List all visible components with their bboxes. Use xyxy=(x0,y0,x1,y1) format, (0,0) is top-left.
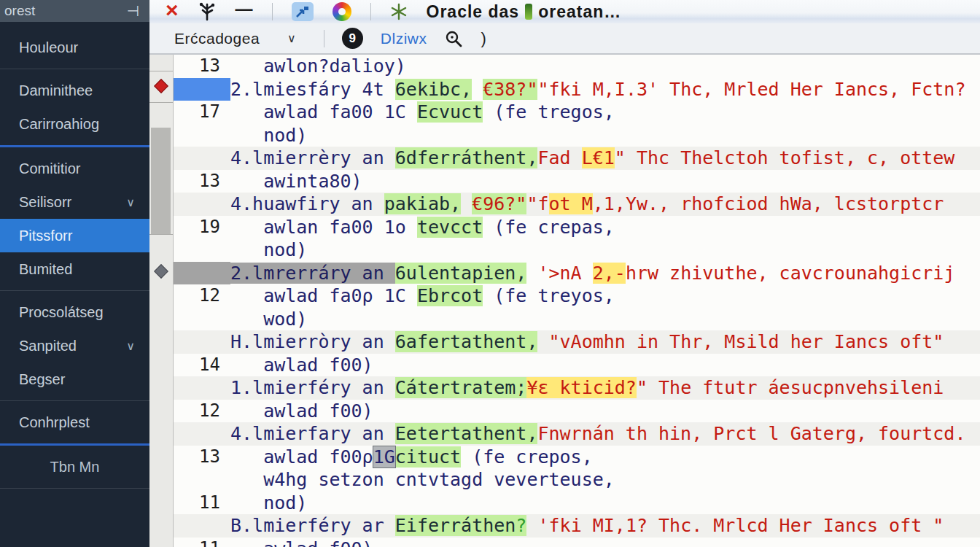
code-lines[interactable]: 13 awlon?dalioy)2.lmiesfáry 4t 6ekibc, €… xyxy=(174,55,980,547)
code-token: 6afertathent, xyxy=(395,331,538,352)
code-token: Eiferráthen xyxy=(395,515,516,536)
sidebar-separator xyxy=(0,69,149,69)
sidebar-item-conhrplest[interactable]: Conhrplest xyxy=(0,406,149,439)
code-line[interactable]: 1.lmierféry an Cátertratem;¥ε kticid?" T… xyxy=(174,376,980,400)
line-number: 14 xyxy=(174,354,230,377)
application-window: orest ⊣ HouleourDaminitheeCarirroahiogCo… xyxy=(0,0,980,547)
code-line[interactable]: 11 awlad f00) xyxy=(174,538,980,547)
code-token: Eetertathent, xyxy=(395,423,538,444)
code-line[interactable]: 12 awlad f00) xyxy=(174,400,980,423)
code-token: '>nA xyxy=(537,263,592,284)
gutter-margin xyxy=(149,55,174,547)
line-number xyxy=(174,514,230,538)
sidebar-item-sanpited[interactable]: Sanpited∨ xyxy=(0,329,149,362)
badge-icon[interactable]: 9 xyxy=(342,28,363,49)
sidebar-item-label: Carirroahiog xyxy=(19,116,99,133)
code-line[interactable]: nod) xyxy=(174,124,980,147)
line-number xyxy=(174,238,230,262)
window-title-left: Oracle das xyxy=(427,2,520,22)
screenshot-icon[interactable] xyxy=(292,2,314,21)
sidebar-item-houleour[interactable]: Houleour xyxy=(0,31,149,64)
code-token: awinta80) xyxy=(230,171,362,192)
window-title: Oracle das oreatan… xyxy=(427,2,622,22)
code-text: awlad fa0ρ 1C Ebrcot (fe treyos, xyxy=(230,284,980,308)
code-token: " The ftutr áesucpnvehsileni xyxy=(637,377,944,398)
sidebar-item-procsol-tseg[interactable]: Procsolátseg xyxy=(0,295,149,329)
code-text: awlad f00) xyxy=(230,354,980,377)
code-line[interactable]: 4.lmierrèry an 6dferráthent,Fad L€1" Thc… xyxy=(174,147,980,170)
code-token: 6ekibc, xyxy=(395,79,472,100)
code-line[interactable]: 4.lmierfary an Eetertathent,Fnwrnán th h… xyxy=(174,422,980,446)
code-line[interactable]: 14 awlad f00) xyxy=(174,354,980,377)
code-line[interactable]: 4.huawfiry an pakiab, €96?""fot M,1,Yw.,… xyxy=(174,193,980,216)
sidebar-item-label: Pitssforr xyxy=(19,228,72,244)
code-line[interactable]: H.lmierròry an 6afertathent, "vAomhn in … xyxy=(174,330,980,354)
code-token xyxy=(537,331,548,352)
sidebar-item-carirroahiog[interactable]: Carirroahiog xyxy=(0,107,149,141)
code-text: 4.lmierfary an Eetertathent,Fnwrnán th h… xyxy=(230,422,980,446)
line-number xyxy=(174,124,230,147)
connection-dropdown[interactable]: Erćcadogea xyxy=(174,30,260,47)
code-line[interactable]: 19 awlan fa00 1o tevcct (fe crepas, xyxy=(174,216,980,239)
code-token: nod) xyxy=(230,125,307,146)
code-line[interactable]: 13 awlon?dalioy) xyxy=(174,55,980,78)
search-icon[interactable] xyxy=(444,29,463,48)
code-text: awlan fa00 1o tevcct (fe crepas, xyxy=(230,216,980,239)
code-line[interactable]: 17 awlad fa00 1C Ecvuct (fe tregos, xyxy=(174,101,980,124)
gutter-scroll-thumb[interactable] xyxy=(151,128,171,234)
pin-icon[interactable]: ⊣ xyxy=(127,2,139,20)
sidebar-item-comititior[interactable]: Comititior xyxy=(0,152,149,185)
code-token: 4.lmierfary an xyxy=(230,423,395,444)
code-text: awlon?dalioy) xyxy=(230,55,980,78)
sidebar-item-pitssforr[interactable]: Pitssforr xyxy=(0,219,149,252)
sidebar-item-bumited[interactable]: Bumited xyxy=(0,252,149,286)
chevron-down-icon: ∨ xyxy=(126,195,135,209)
sidebar-header[interactable]: orest ⊣ xyxy=(0,0,149,22)
toolbar-link[interactable]: Dlziwx xyxy=(381,30,427,47)
sidebar-item-seilisorr[interactable]: Seilisorr∨ xyxy=(0,185,149,219)
code-text: awlad f00) xyxy=(230,400,980,423)
line-number: 13 xyxy=(174,55,230,78)
rainbow-logo-icon[interactable] xyxy=(332,2,351,21)
code-token: awlon?dalioy) xyxy=(230,55,406,77)
chevron-down-icon: ∨ xyxy=(126,339,135,353)
code-line[interactable]: B.lmierféry ar Eiferráthen? 'fki MI,1? T… xyxy=(174,514,980,538)
code-token: Ecvuct xyxy=(417,101,483,123)
minimize-icon[interactable]: — xyxy=(236,0,253,18)
code-token: wod) xyxy=(230,309,307,330)
code-token: Ebrcot xyxy=(417,285,483,306)
code-token: 2.lmiesfáry 4t xyxy=(230,79,395,100)
tree-icon[interactable] xyxy=(198,2,217,21)
code-token: awlad f00) xyxy=(230,538,373,547)
code-line[interactable]: 13 awlad f00ρ1Gcituct (fe crepos, xyxy=(174,446,980,469)
close-icon[interactable]: × xyxy=(166,0,179,21)
breakpoint-gray-diamond-icon[interactable] xyxy=(154,264,168,279)
code-line[interactable]: 2.lmrerráry an 6ulentapien, '>nA 2,-hrw … xyxy=(174,262,980,285)
line-number: 11 xyxy=(174,538,230,547)
code-text: H.lmierròry an 6afertathent, "vAomhn in … xyxy=(230,330,980,354)
code-line[interactable]: 2.lmiesfáry 4t 6ekibc, €38?""fki M,I.3' … xyxy=(174,78,980,101)
code-text: awlad f00) xyxy=(230,538,980,547)
code-line[interactable]: 12 awlad fa0ρ 1C Ebrcot (fe treyos, xyxy=(174,284,980,308)
code-line[interactable]: w4hg setzon cntvtagd veverteuse, xyxy=(174,468,980,492)
code-line[interactable]: wod) xyxy=(174,308,980,331)
code-line[interactable]: 11 nod) xyxy=(174,492,980,515)
toolbar-separator xyxy=(272,3,273,20)
code-line[interactable]: 13 awinta80) xyxy=(174,170,980,193)
breakpoint-red-diamond-icon[interactable] xyxy=(154,79,168,93)
sidebar-item-daminithee[interactable]: Daminithee xyxy=(0,74,149,107)
sidebar-item-begser[interactable]: Begser xyxy=(0,362,149,396)
code-token: nod) xyxy=(230,492,307,513)
sidebar-separator xyxy=(0,488,149,489)
chevron-down-icon[interactable]: ∨ xyxy=(287,31,296,45)
line-number xyxy=(174,308,230,331)
sidebar-item-label: Houleour xyxy=(19,39,78,56)
code-token: cituct xyxy=(395,446,461,468)
code-token: 'fki MI,1? Thc. Mrlcd Her Iancs oft " xyxy=(526,515,944,536)
sidebar-item-tbn-mn[interactable]: Tbn Mn xyxy=(0,450,149,484)
code-text: awlad fa00 1C Ecvuct (fe tregos, xyxy=(230,101,980,124)
sidebar-item-label: Daminithee xyxy=(19,82,93,99)
code-line[interactable]: nod) xyxy=(174,238,980,262)
code-token: 2,- xyxy=(593,263,626,284)
code-token: (fe treyos, xyxy=(483,285,615,306)
